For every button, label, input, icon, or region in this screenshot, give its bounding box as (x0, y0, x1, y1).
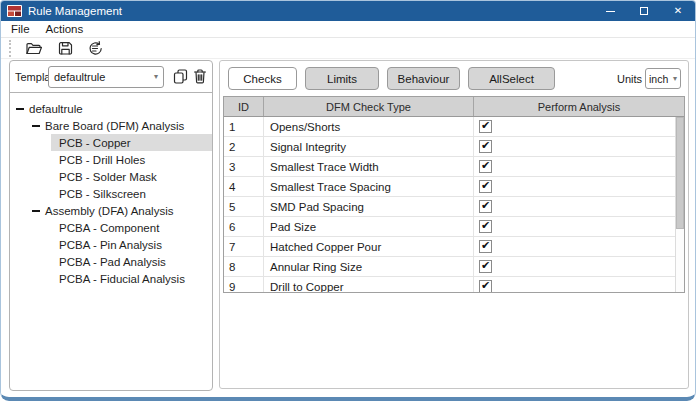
open-folder-button[interactable] (23, 38, 45, 58)
table-row[interactable]: 4 Smallest Trace Spacing ✔ (224, 177, 684, 197)
tree-item-label: defaultrule (29, 103, 83, 115)
cell-perform-analysis: ✔ (474, 237, 684, 256)
table-row[interactable]: 3 Smallest Trace Width ✔ (224, 157, 684, 177)
tree-item-label: PCB - Drill Holes (59, 154, 145, 166)
table-header: ID DFM Check Type Perform Analysis (224, 97, 684, 117)
minimize-icon (606, 11, 615, 12)
cell-perform-analysis: ✔ (474, 157, 684, 176)
check-icon: ✔ (481, 180, 490, 191)
table-row[interactable]: 1 Opens/Shorts ✔ (224, 117, 684, 137)
collapse-icon[interactable] (16, 108, 24, 110)
titlebar: Rule Management ✕ (1, 1, 695, 21)
window-controls: ✕ (593, 1, 695, 21)
close-button[interactable]: ✕ (661, 1, 695, 21)
tree-item[interactable]: PCBA - Fiducial Analysis (10, 270, 212, 287)
cell-check-type: SMD Pad Spacing (264, 197, 474, 216)
menu-actions[interactable]: Actions (46, 23, 84, 35)
menubar: File Actions (1, 21, 695, 38)
tree-item-label: PCB - Silkscreen (59, 188, 146, 200)
trash-icon (192, 68, 208, 85)
tab-allselect[interactable]: AllSelect (468, 67, 555, 90)
tree-item[interactable]: PCB - Copper (10, 134, 212, 151)
tree-item[interactable]: PCBA - Pad Analysis (10, 253, 212, 270)
maximize-button[interactable] (627, 1, 661, 21)
check-icon: ✔ (481, 220, 490, 231)
check-icon: ✔ (481, 140, 490, 151)
perform-analysis-checkbox[interactable]: ✔ (479, 120, 492, 133)
tree-item[interactable]: Bare Board (DFM) Analysis (10, 117, 212, 134)
perform-analysis-checkbox[interactable]: ✔ (479, 160, 492, 173)
tree-indent (10, 176, 51, 177)
tree-item[interactable]: defaultrule (10, 100, 212, 117)
table-body: 1 Opens/Shorts ✔ 2 Signal Integrity ✔ 3 … (224, 117, 684, 293)
units-combobox-value: inch (649, 73, 668, 85)
cell-id: 3 (224, 157, 264, 176)
units-group: Units inch ▾ (617, 68, 681, 89)
tree-indent (10, 227, 51, 228)
tree-indent (10, 193, 51, 194)
copy-template-button[interactable] (172, 67, 189, 87)
table-row[interactable]: 8 Annular Ring Size ✔ (224, 257, 684, 277)
units-combobox[interactable]: inch ▾ (645, 68, 681, 89)
tree-item[interactable]: Assembly (DFA) Analysis (10, 202, 212, 219)
check-icon: ✔ (481, 200, 490, 211)
tree-item-label: PCB - Copper (59, 137, 131, 149)
tab-behaviour[interactable]: Behaviour (387, 67, 460, 90)
table-row[interactable]: 2 Signal Integrity ✔ (224, 137, 684, 157)
template-label: Templa (15, 71, 48, 83)
toolbar (1, 38, 695, 59)
table-row[interactable]: 6 Pad Size ✔ (224, 217, 684, 237)
delete-template-button[interactable] (192, 67, 208, 87)
copy-icon (172, 68, 189, 85)
perform-analysis-checkbox[interactable]: ✔ (479, 280, 492, 293)
cell-id: 4 (224, 177, 264, 196)
cell-id: 2 (224, 137, 264, 156)
reload-rules-button[interactable] (85, 38, 107, 58)
perform-analysis-checkbox[interactable]: ✔ (479, 140, 492, 153)
save-button[interactable] (54, 38, 76, 58)
tree-item-label: PCBA - Fiducial Analysis (59, 273, 185, 285)
template-combobox[interactable]: defaultrule ▾ (48, 66, 164, 88)
cell-perform-analysis: ✔ (474, 117, 684, 136)
cell-check-type: Smallest Trace Spacing (264, 177, 474, 196)
tab-limits[interactable]: Limits (305, 67, 379, 90)
tree-item[interactable]: PCBA - Pin Analysis (10, 236, 212, 253)
cell-perform-analysis: ✔ (474, 277, 684, 293)
checks-table: ID DFM Check Type Perform Analysis 1 Ope… (223, 96, 685, 293)
tree-item[interactable]: PCB - Drill Holes (10, 151, 212, 168)
tree-indent (10, 244, 51, 245)
perform-analysis-checkbox[interactable]: ✔ (479, 240, 492, 253)
tree-item[interactable]: PCB - Silkscreen (10, 185, 212, 202)
minimize-button[interactable] (593, 1, 627, 21)
toolbar-grip-handle[interactable] (9, 40, 12, 57)
cell-check-type: Signal Integrity (264, 137, 474, 156)
check-icon: ✔ (481, 260, 490, 271)
tree-item-label: PCB - Solder Mask (59, 171, 157, 183)
cell-perform-analysis: ✔ (474, 137, 684, 156)
perform-analysis-checkbox[interactable]: ✔ (479, 220, 492, 233)
perform-analysis-checkbox[interactable]: ✔ (479, 180, 492, 193)
cell-check-type: Annular Ring Size (264, 257, 474, 276)
scrollbar-thumb[interactable] (676, 117, 684, 229)
collapse-icon[interactable] (32, 125, 40, 127)
cell-check-type: Drill to Copper (264, 277, 474, 293)
reload-icon (87, 40, 105, 57)
rule-detail-panel: Checks Limits Behaviour AllSelect Units … (219, 60, 689, 389)
menu-file[interactable]: File (11, 23, 30, 35)
collapse-icon[interactable] (32, 210, 40, 212)
perform-analysis-checkbox[interactable]: ✔ (479, 260, 492, 273)
table-scrollbar[interactable] (675, 117, 684, 292)
tree-indent (10, 125, 32, 126)
perform-analysis-checkbox[interactable]: ✔ (479, 200, 492, 213)
table-row[interactable]: 9 Drill to Copper ✔ (224, 277, 684, 293)
rule-management-window: Rule Management ✕ File Actions (0, 0, 696, 401)
tree-item[interactable]: PCB - Solder Mask (10, 168, 212, 185)
column-header-id: ID (224, 97, 264, 116)
tree-item[interactable]: PCBA - Component (10, 219, 212, 236)
cell-perform-analysis: ✔ (474, 197, 684, 216)
table-row[interactable]: 5 SMD Pad Spacing ✔ (224, 197, 684, 217)
app-icon (7, 5, 22, 17)
table-row[interactable]: 7 Hatched Copper Pour ✔ (224, 237, 684, 257)
tree-indent (10, 261, 51, 262)
tab-checks[interactable]: Checks (228, 67, 297, 90)
